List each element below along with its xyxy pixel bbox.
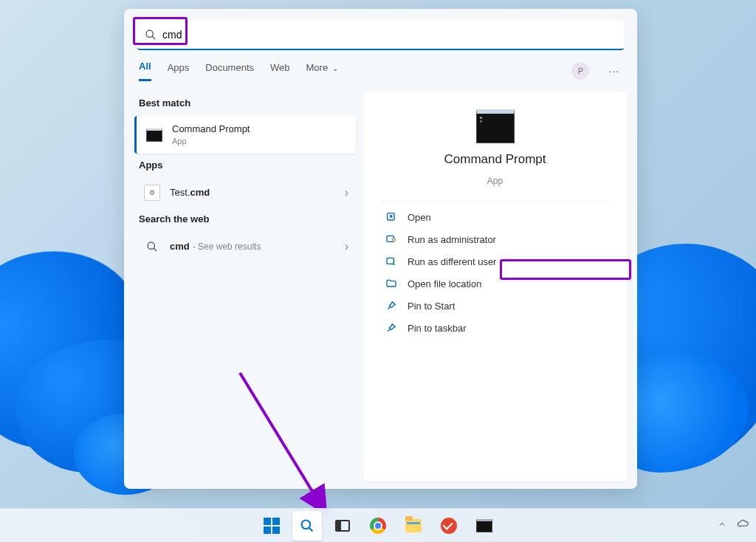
result-title: Command Prompt (172, 123, 250, 136)
results-column: Best match Command Prompt App Apps ⚙ Tes… (134, 92, 356, 481)
svg-point-7 (393, 261, 395, 263)
action-run-as-administrator[interactable]: Run as administrator (381, 228, 609, 250)
onedrive-tray-icon[interactable] (737, 519, 750, 532)
best-match-heading: Best match (134, 92, 356, 116)
action-label: Pin to Start (408, 301, 455, 312)
svg-line-3 (154, 248, 157, 251)
svg-point-2 (148, 242, 154, 249)
action-label: Run as administrator (408, 234, 496, 245)
taskbar (0, 508, 756, 542)
shield-admin-icon (385, 233, 397, 245)
result-web-search[interactable]: cmd- See web results › (134, 232, 356, 261)
search-icon (300, 518, 315, 533)
task-view-button[interactable] (328, 511, 357, 541)
system-tray (718, 508, 750, 542)
more-options-button[interactable]: ··· (605, 65, 622, 77)
preview-title: Command Prompt (444, 152, 546, 167)
preview-actions: Open Run as administrator Run as differe… (381, 201, 609, 339)
search-icon (142, 238, 162, 255)
preview-pane: Command Prompt App Open Run as administr… (363, 92, 627, 481)
action-run-as-different-user[interactable]: Run as different user (381, 250, 609, 272)
result-title: cmd- See web results (170, 241, 261, 253)
user-avatar[interactable]: P (571, 62, 589, 80)
result-command-prompt[interactable]: Command Prompt App (134, 116, 356, 154)
tab-more[interactable]: More ⌄ (306, 62, 338, 80)
action-label: Open (408, 212, 431, 223)
windows-logo-icon (264, 518, 280, 534)
pin-icon (385, 322, 397, 334)
svg-point-9 (302, 520, 311, 529)
chrome-icon (370, 518, 386, 534)
apps-heading: Apps (134, 154, 356, 178)
result-test-cmd[interactable]: ⚙ Test.cmd › (134, 178, 356, 207)
action-pin-to-taskbar[interactable]: Pin to taskbar (381, 317, 609, 339)
preview-subtitle: App (487, 176, 503, 186)
action-label: Open file location (408, 278, 481, 289)
taskbar-file-explorer[interactable] (399, 511, 428, 541)
chevron-down-icon: ⌄ (332, 64, 338, 72)
chevron-right-icon: › (345, 186, 348, 199)
tab-all[interactable]: All (139, 61, 151, 81)
task-view-icon (335, 520, 350, 532)
start-search-panel: All Apps Documents Web More ⌄ P ··· Best… (124, 9, 637, 489)
tab-apps[interactable]: Apps (168, 62, 190, 80)
terminal-icon (476, 519, 492, 532)
svg-rect-6 (387, 258, 394, 264)
action-label: Pin to taskbar (408, 323, 467, 334)
tab-documents[interactable]: Documents (205, 62, 254, 80)
search-input[interactable] (162, 29, 616, 41)
file-explorer-icon (405, 519, 422, 532)
result-title: Test.cmd (170, 187, 210, 199)
tab-more-label: More (306, 62, 329, 73)
chevron-up-icon (718, 520, 726, 529)
taskbar-search-button[interactable] (292, 511, 322, 541)
start-button[interactable] (257, 511, 286, 541)
action-open[interactable]: Open (381, 206, 609, 228)
search-scope-tabs: All Apps Documents Web More ⌄ P ··· (124, 50, 637, 81)
tab-web[interactable]: Web (270, 62, 290, 80)
taskbar-terminal[interactable] (470, 511, 499, 541)
action-label: Run as different user (408, 256, 496, 267)
command-prompt-icon (476, 109, 515, 143)
taskbar-todoist[interactable] (434, 511, 464, 541)
search-icon (145, 29, 157, 41)
action-open-file-location[interactable]: Open file location (381, 272, 609, 295)
todoist-icon (441, 518, 457, 534)
search-bar[interactable] (137, 21, 624, 50)
svg-line-1 (152, 36, 155, 39)
action-pin-to-start[interactable]: Pin to Start (381, 295, 609, 317)
user-switch-icon (385, 255, 397, 267)
svg-line-10 (309, 527, 313, 531)
tray-overflow-button[interactable] (718, 520, 726, 531)
folder-icon (385, 278, 397, 289)
result-subtitle: App (172, 136, 250, 146)
command-prompt-icon (144, 126, 165, 144)
chevron-right-icon: › (345, 240, 348, 253)
taskbar-chrome[interactable] (363, 511, 393, 541)
file-icon: ⚙ (142, 184, 162, 202)
search-web-heading: Search the web (134, 207, 356, 232)
open-icon (385, 211, 397, 223)
svg-point-0 (146, 30, 153, 37)
pin-icon (385, 300, 397, 312)
